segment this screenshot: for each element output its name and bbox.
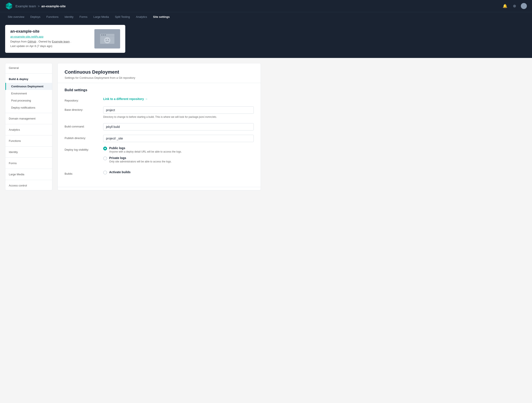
sidebar-item-forms[interactable]: Forms <box>5 160 52 167</box>
sidebar-item-environment[interactable]: Environment <box>5 90 52 97</box>
svg-point-15 <box>108 39 109 40</box>
user-avatar[interactable] <box>521 3 527 9</box>
sidebar-item-general[interactable]: General <box>5 64 52 72</box>
tab-analytics[interactable]: Analytics <box>133 13 150 20</box>
build-command-row: Build command: <box>64 123 254 130</box>
private-logs-option: Private logs Only site administrators wi… <box>103 156 254 163</box>
public-logs-option: Public logs Anyone with a deploy detail … <box>103 146 254 153</box>
private-logs-text: Private logs Only site administrators wi… <box>109 156 172 163</box>
sidebar-divider-5 <box>5 146 52 147</box>
svg-point-13 <box>104 37 110 43</box>
breadcrumb-separator: > <box>38 4 40 8</box>
topbar-actions: 🔔 ⊗ <box>502 3 527 9</box>
tab-site-overview[interactable]: Site overview <box>5 13 27 20</box>
page-title: Continuous Deployment <box>64 69 254 75</box>
private-logs-label: Private logs <box>109 156 172 160</box>
activate-builds-radio[interactable] <box>103 171 107 174</box>
repository-control: Link to a different repository → <box>103 97 254 101</box>
public-logs-radio[interactable] <box>103 147 107 150</box>
sidebar-group-large-media: Large Media <box>5 170 52 179</box>
sidebar-item-access-control[interactable]: Access control <box>5 182 52 189</box>
site-card-section: an-example-site an-example-site.netlify.… <box>0 21 532 58</box>
deploy-log-visibility-label: Deploy log visibility: <box>64 146 103 151</box>
private-logs-radio[interactable] <box>103 156 107 160</box>
base-directory-label: Base directory: <box>64 106 103 111</box>
sidebar: General Build & deploy Continuous Deploy… <box>5 63 52 190</box>
sidebar-item-deploy-notifications[interactable]: Deploy notifications <box>5 104 52 111</box>
base-directory-input[interactable] <box>103 106 254 114</box>
team-link[interactable]: Example team <box>52 40 70 43</box>
sidebar-group-forms: Forms <box>5 159 52 168</box>
github-link[interactable]: GitHub <box>27 40 36 43</box>
owned-by-text: . Owned by <box>37 40 51 43</box>
sidebar-group-general: General <box>5 63 52 72</box>
topbar: Example team > an-example-site 🔔 ⊗ <box>0 0 532 12</box>
public-logs-desc: Anyone with a deploy detail URL will be … <box>109 150 182 153</box>
publish-directory-input[interactable] <box>103 135 254 142</box>
site-card-meta: Deploys from GitHub . Owned by Example t… <box>10 39 89 49</box>
svg-point-10 <box>103 34 104 35</box>
tab-large-media[interactable]: Large Media <box>91 13 111 20</box>
sidebar-item-build-deploy[interactable]: Build & deploy <box>5 75 52 83</box>
activate-builds-text: Activate builds <box>109 170 131 174</box>
publish-directory-row: Publish directory: <box>64 135 254 142</box>
help-icon[interactable]: ⊗ <box>511 3 517 9</box>
deploy-log-visibility-row: Deploy log visibility: Public logs Anyon… <box>64 146 254 166</box>
builds-label: Builds: <box>64 170 103 175</box>
builds-control: Activate builds <box>103 170 254 178</box>
nav-tabs: Site overview Deploys Functions Identity… <box>0 12 532 21</box>
content-area: Continuous Deployment Settings for Conti… <box>57 63 261 190</box>
notifications-icon[interactable]: 🔔 <box>502 3 508 9</box>
site-card-url[interactable]: an-example-site.netlify.app <box>10 35 89 38</box>
tab-identity[interactable]: Identity <box>62 13 76 20</box>
tab-site-settings[interactable]: Site settings <box>151 13 172 20</box>
sidebar-item-post-processing[interactable]: Post processing <box>5 97 52 104</box>
sidebar-group-build-deploy: Build & deploy Continuous Deployment Env… <box>5 74 52 112</box>
repository-row: Repository: Link to a different reposito… <box>64 97 254 102</box>
period: . <box>70 40 71 43</box>
sidebar-item-large-media[interactable]: Large Media <box>5 171 52 178</box>
svg-point-11 <box>105 34 106 35</box>
deploys-from-text: Deploys from <box>10 40 27 43</box>
site-card-info: an-example-site an-example-site.netlify.… <box>10 29 89 49</box>
tab-split-testing[interactable]: Split Testing <box>112 13 133 20</box>
main-layout: General Build & deploy Continuous Deploy… <box>0 58 266 196</box>
sidebar-divider-7 <box>5 169 52 169</box>
publish-directory-control <box>103 135 254 142</box>
sidebar-item-functions[interactable]: Functions <box>5 137 52 145</box>
build-command-control <box>103 123 254 130</box>
sidebar-divider-4 <box>5 135 52 135</box>
build-command-input[interactable] <box>103 123 254 130</box>
link-different-repo[interactable]: Link to a different repository → <box>103 97 148 101</box>
svg-point-14 <box>106 39 107 40</box>
private-logs-desc: Only site administrators will be able to… <box>109 160 172 163</box>
repository-label: Repository: <box>64 97 103 102</box>
site-card: an-example-site an-example-site.netlify.… <box>5 25 125 53</box>
tab-functions[interactable]: Functions <box>44 13 61 20</box>
publish-directory-label: Publish directory: <box>64 135 103 140</box>
svg-rect-12 <box>100 36 114 36</box>
activate-builds-option: Activate builds <box>103 170 254 174</box>
tab-deploys[interactable]: Deploys <box>28 13 43 20</box>
svg-point-9 <box>101 34 102 35</box>
sidebar-group-functions: Functions <box>5 136 52 146</box>
deploy-log-visibility-control: Public logs Anyone with a deploy detail … <box>103 146 254 166</box>
tab-forms[interactable]: Forms <box>77 13 90 20</box>
sidebar-group-access-control: Access control <box>5 181 52 190</box>
sidebar-item-identity[interactable]: Identity <box>5 148 52 156</box>
sidebar-divider-6 <box>5 158 52 158</box>
content-header: Continuous Deployment Settings for Conti… <box>58 63 261 83</box>
last-update: Last update on Apr 8 (7 days ago) <box>10 45 52 48</box>
activate-builds-label: Activate builds <box>109 170 131 174</box>
sidebar-group-identity: Identity <box>5 147 52 157</box>
site-card-name: an-example-site <box>10 29 89 34</box>
sidebar-item-continuous-deployment[interactable]: Continuous Deployment <box>5 83 52 90</box>
sidebar-item-domain-management[interactable]: Domain management <box>5 115 52 122</box>
sidebar-divider-2 <box>5 113 52 113</box>
netlify-logo <box>5 2 13 10</box>
build-settings-section: Build settings Repository: Link to a dif… <box>58 83 261 187</box>
build-command-label: Build command: <box>64 123 103 128</box>
base-directory-control: Directory to change to before starting a… <box>103 106 254 119</box>
team-name[interactable]: Example team <box>15 4 36 8</box>
sidebar-item-analytics[interactable]: Analytics <box>5 126 52 134</box>
